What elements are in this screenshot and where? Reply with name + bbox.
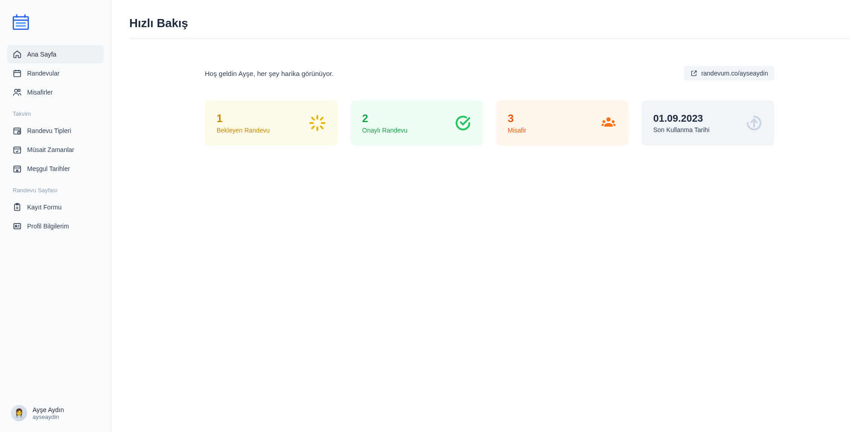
svg-point-38 <box>603 120 605 123</box>
nav-label: Misafirler <box>27 89 53 96</box>
user-profile[interactable]: 👩‍⚕️ Ayşe Aydın ayseaydin <box>7 401 104 425</box>
share-link-button[interactable]: randevum.co/ayseaydin <box>684 66 774 81</box>
stat-value: 1 <box>217 112 270 125</box>
nav-label: Randevular <box>27 70 60 77</box>
logo[interactable] <box>7 7 104 45</box>
stat-card-expiry[interactable]: 01.09.2023 Son Kullanma Tarihi <box>642 100 774 146</box>
calendar-logo-icon <box>11 13 31 33</box>
svg-point-39 <box>612 120 614 123</box>
svg-rect-4 <box>16 22 26 24</box>
stat-label: Bekleyen Randevu <box>217 127 270 134</box>
check-circle-icon <box>454 114 472 132</box>
svg-rect-25 <box>14 223 21 229</box>
stat-label: Misafir <box>508 127 526 134</box>
stat-value: 3 <box>508 112 526 125</box>
svg-rect-15 <box>14 147 21 153</box>
page-title: Hızlı Bakış <box>129 16 850 39</box>
calendar-icon <box>13 69 22 78</box>
sidebar-item-appointments[interactable]: Randevular <box>7 64 104 82</box>
svg-point-26 <box>15 225 17 227</box>
nav-label: Profil Bilgilerim <box>27 223 69 230</box>
nav-label: Ana Sayfa <box>27 51 57 58</box>
sidebar-item-profile[interactable]: Profil Bilgilerim <box>7 217 104 235</box>
clipboard-icon <box>13 203 22 212</box>
user-handle: ayseaydin <box>33 413 64 420</box>
nav-label: Randevu Tipleri <box>27 127 71 134</box>
sidebar: Ana Sayfa Randevular Misafirler Takvim R… <box>0 0 111 432</box>
avatar: 👩‍⚕️ <box>11 405 27 421</box>
share-url: randevum.co/ayseaydin <box>701 70 768 77</box>
calendar-check-icon <box>13 145 22 154</box>
arrow-up-circle-icon <box>745 114 763 132</box>
sidebar-item-busy-dates[interactable]: Meşgul Tarihler <box>7 160 104 178</box>
svg-point-11 <box>18 89 20 91</box>
calendar-clock-icon <box>13 126 22 135</box>
home-icon <box>13 50 22 59</box>
nav-primary: Ana Sayfa Randevular Misafirler Takvim R… <box>7 45 104 401</box>
main: Hızlı Bakış Hoş geldin Ayşe, her şey har… <box>111 0 868 432</box>
svg-line-35 <box>312 126 314 128</box>
calendar-x-icon <box>13 164 22 173</box>
users-icon <box>13 88 22 97</box>
id-card-icon <box>13 222 22 231</box>
user-name: Ayşe Aydın <box>33 406 64 413</box>
svg-rect-5 <box>16 25 26 27</box>
svg-rect-17 <box>14 166 21 172</box>
stat-card-guests[interactable]: 3 Misafir <box>496 100 629 146</box>
nav-label: Kayıt Formu <box>27 204 61 211</box>
welcome-text: Hoş geldin Ayşe, her şey harika görünüyo… <box>205 70 334 77</box>
content: Hoş geldin Ayşe, her şey harika görünüyo… <box>205 39 774 146</box>
stat-card-pending[interactable]: 1 Bekleyen Randevu <box>205 100 338 146</box>
stat-label: Onaylı Randevu <box>362 127 407 134</box>
nav-label: Meşgul Tarihler <box>27 165 70 172</box>
svg-line-36 <box>321 118 322 119</box>
external-link-icon <box>690 70 698 77</box>
welcome-row: Hoş geldin Ayşe, her şey harika görünüyo… <box>205 66 774 81</box>
people-icon <box>600 114 617 132</box>
sidebar-item-guests[interactable]: Misafirler <box>7 83 104 101</box>
sidebar-item-appointment-types[interactable]: Randevu Tipleri <box>7 122 104 140</box>
svg-point-37 <box>606 117 611 122</box>
svg-rect-6 <box>14 71 21 76</box>
stat-value: 01.09.2023 <box>653 113 709 124</box>
stat-card-approved[interactable]: 2 Onaylı Randevu <box>350 100 483 146</box>
svg-line-32 <box>321 126 322 128</box>
sidebar-item-home[interactable]: Ana Sayfa <box>7 45 104 63</box>
stats-cards: 1 Bekleyen Randevu 2 Onaylı Randevu <box>205 100 774 146</box>
stat-value: 2 <box>362 112 407 125</box>
svg-point-10 <box>14 89 18 92</box>
nav-group-sayfa: Randevu Sayfası <box>7 179 104 197</box>
sidebar-item-registration-form[interactable]: Kayıt Formu <box>7 198 104 216</box>
stat-label: Son Kullanma Tarihi <box>653 126 709 133</box>
loader-icon <box>309 114 326 132</box>
svg-line-31 <box>312 118 314 119</box>
nav-label: Müsait Zamanlar <box>27 146 74 153</box>
sidebar-item-available-times[interactable]: Müsait Zamanlar <box>7 141 104 159</box>
nav-group-takvim: Takvim <box>7 102 104 121</box>
